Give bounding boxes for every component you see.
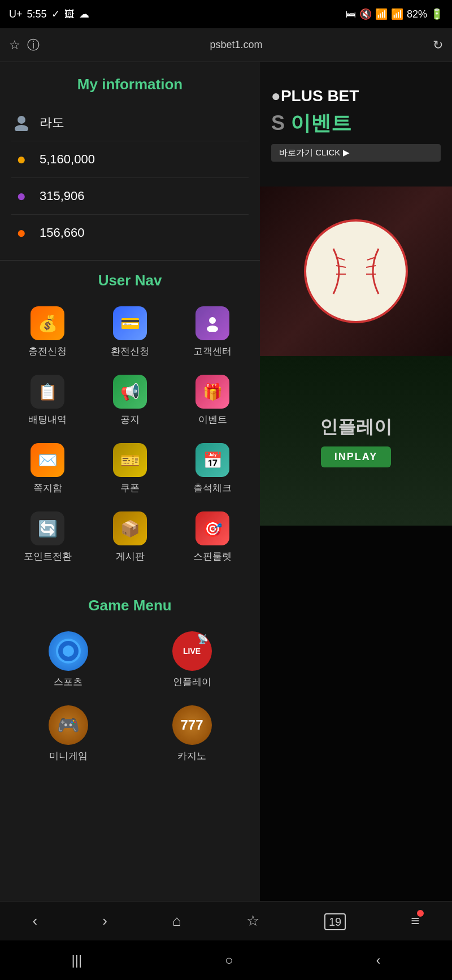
nav-item-message[interactable]: ✉️ 쪽지함 [9, 437, 86, 500]
balance2-row: ● 315,906 [11, 178, 249, 215]
menu-badge [417, 910, 424, 917]
status-left: U+ 5:55 ✓ 🖼 ☁ [9, 8, 89, 20]
cloud-icon: ☁ [79, 8, 89, 20]
time-label: 5:55 [27, 8, 47, 20]
notice-icon: 📢 [113, 375, 147, 409]
nav-back-button[interactable]: ‹ [33, 912, 38, 930]
game-item-sports[interactable]: 스포츠 [9, 626, 127, 694]
betting-label: 배팅내역 [28, 413, 67, 426]
nav-item-attendance[interactable]: 📅 출석체크 [174, 437, 251, 500]
browser-bar: ☆ ⓘ psbet1.com ↻ [0, 28, 452, 62]
status-right: 🛏 🔇 📶 📶 82% 🔋 [346, 8, 443, 20]
main-wrapper: My information 라도 ● 5,160,000 ● 315,906 [0, 62, 452, 980]
baseball-image [260, 187, 452, 356]
user-icon [11, 112, 32, 133]
nav-item-notice[interactable]: 📢 공지 [92, 369, 168, 432]
username-value: 라도 [40, 114, 64, 131]
message-icon: ✉️ [31, 443, 64, 477]
balance1-row: ● 5,160,000 [11, 141, 249, 178]
left-panel: My information 라도 ● 5,160,000 ● 315,906 [0, 62, 260, 980]
game-item-casino[interactable]: 777 카지노 [133, 700, 251, 768]
svg-point-3 [207, 326, 218, 332]
nav-tabs-button[interactable]: 19 [324, 912, 346, 930]
my-info-section: My information 라도 ● 5,160,000 ● 315,906 [0, 62, 260, 261]
image-icon: 🖼 [64, 8, 75, 20]
url-bar[interactable]: psbet1.com [46, 39, 426, 51]
customer-label: 고객센터 [193, 345, 232, 358]
notice-label: 공지 [120, 413, 140, 426]
balance1-value: 5,160,000 [40, 152, 95, 167]
exchange-icon: 💳 [113, 306, 147, 340]
mute-icon: 🔇 [359, 8, 372, 20]
nav-item-customer[interactable]: 고객센터 [174, 301, 251, 363]
carrier-label: U+ [9, 8, 23, 20]
attendance-label: 출석체크 [193, 482, 232, 495]
charging-icon: 💰 [31, 306, 64, 340]
bottom-nav: ‹ › ⌂ ☆ 19 ≡ [0, 901, 452, 940]
attendance-icon: 📅 [195, 443, 229, 477]
android-nav: ||| ○ ‹ [0, 940, 452, 980]
game-item-mini[interactable]: 🎮 미니게임 [9, 700, 127, 768]
nav-item-charging[interactable]: 💰 충전신청 [9, 301, 86, 363]
android-recent-button[interactable]: ||| [71, 952, 82, 968]
roulette-label: 스핀룰렛 [193, 550, 232, 563]
charging-label: 충전신청 [28, 345, 67, 358]
coin-purple-icon: ● [11, 186, 32, 206]
svg-point-6 [63, 645, 74, 657]
star-icon[interactable]: ☆ [9, 38, 20, 53]
my-info-title: My information [11, 76, 249, 93]
inplay-banner: 인플레이 INPLAY [260, 356, 452, 526]
balance3-value: 156,660 [40, 226, 85, 240]
event-banner-text: S 이벤트 [271, 110, 441, 137]
casino-icon: 777 [172, 705, 212, 745]
nav-home-button[interactable]: ⌂ [172, 912, 181, 930]
status-bar: U+ 5:55 ✓ 🖼 ☁ 🛏 🔇 📶 📶 82% 🔋 [0, 0, 452, 28]
svg-point-1 [15, 125, 28, 131]
plus-bet-text: ●PLUS BET [271, 87, 441, 105]
bed-icon: 🛏 [346, 8, 356, 20]
customer-icon [195, 306, 229, 340]
nav-item-betting[interactable]: 📋 배팅내역 [9, 369, 86, 432]
user-nav-title: User Nav [9, 272, 251, 289]
game-item-inplay[interactable]: LIVE 📡 인플레이 [133, 626, 251, 694]
signal-icon: 📶 [391, 8, 403, 20]
user-nav-grid: 💰 충전신청 💳 환전신청 고객센터 [9, 301, 251, 569]
nav-bookmark-button[interactable]: ☆ [246, 912, 259, 930]
game-grid: 스포츠 LIVE 📡 인플레이 🎮 미니게임 777 [9, 626, 251, 768]
info-icon[interactable]: ⓘ [27, 37, 40, 54]
nav-item-event[interactable]: 🎁 이벤트 [174, 369, 251, 432]
inplay-badge: INPLAY [321, 446, 391, 467]
betting-icon: 📋 [31, 375, 64, 409]
coin-orange-icon: ● [11, 223, 32, 243]
coin-yellow-icon: ● [11, 149, 32, 170]
plus-bet-banner: ●PLUS BET S 이벤트 바로가기 CLICK ▶ [260, 62, 452, 187]
svg-point-0 [18, 116, 25, 124]
point-label: 포인트전환 [24, 550, 72, 563]
nav-item-roulette[interactable]: 🎯 스핀룰렛 [174, 506, 251, 569]
battery-label: 82% [407, 8, 427, 20]
message-label: 쪽지함 [33, 482, 62, 495]
reload-icon[interactable]: ↻ [433, 38, 443, 53]
nav-item-point[interactable]: 🔄 포인트전환 [9, 506, 86, 569]
mini-icon: 🎮 [49, 705, 88, 745]
nav-item-exchange[interactable]: 💳 환전신청 [92, 301, 168, 363]
inplay-icon: LIVE 📡 [172, 631, 212, 671]
click-button[interactable]: 바로가기 CLICK ▶ [271, 144, 441, 162]
board-label: 게시판 [116, 550, 145, 563]
android-home-button[interactable]: ○ [225, 952, 233, 968]
nav-item-board[interactable]: 📦 게시판 [92, 506, 168, 569]
android-back-button[interactable]: ‹ [376, 952, 381, 968]
sports-label: 스포츠 [54, 675, 82, 688]
mini-label: 미니게임 [49, 749, 88, 762]
battery-icon: 🔋 [431, 8, 443, 20]
inplay-title: 인플레이 [320, 415, 392, 440]
game-menu-section: Game Menu 스포츠 LIVE 📡 [0, 586, 260, 779]
wifi-icon: 📶 [375, 8, 388, 20]
nav-forward-button[interactable]: › [102, 912, 107, 930]
event-icon: 🎁 [195, 375, 229, 409]
sports-icon [49, 631, 88, 671]
nav-menu-button[interactable]: ≡ [411, 912, 419, 930]
nav-item-coupon[interactable]: 🎫 쿠폰 [92, 437, 168, 500]
roulette-icon: 🎯 [195, 511, 229, 545]
point-icon: 🔄 [31, 511, 64, 545]
